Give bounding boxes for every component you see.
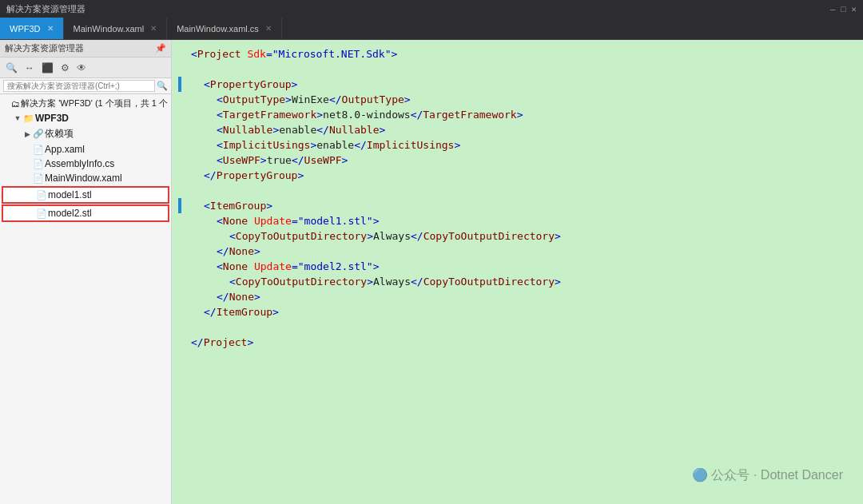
tab-mainwindow-xaml-label: MainWindow.xaml [74, 24, 145, 34]
code-line-propertygroup-open: <PropertyGroup> [188, 77, 863, 92]
solution-explorer-panel: 解决方案资源管理器 📌 🔍 ↔ ⬛ ⚙ 👁 🔍 🗂 解决方案 'WPF3D' (… [0, 40, 172, 504]
tree-item-assemblyinfo[interactable]: 📄 AssemblyInfo.cs [0, 157, 171, 171]
code-line-copy-model1: <CopyToOutputDirectory>Always</CopyToOut… [188, 228, 863, 244]
deps-arrow: ▶ [22, 130, 32, 138]
code-line-usewpf: <UseWPF>true</UseWPF> [188, 153, 863, 168]
code-line-copy-model2: <CopyToOutputDirectory>Always</CopyToOut… [188, 274, 863, 289]
tab-mainwindow-xaml-cs-label: MainWindow.xaml.cs [177, 24, 259, 34]
code-line-outputtype: <OutputType>WinExe</OutputType> [188, 92, 863, 107]
code-line-targetframework: <TargetFramework>net8.0-windows</TargetF… [188, 107, 863, 122]
tree-item-deps[interactable]: ▶ 🔗 依赖项 [0, 125, 171, 142]
tree-item-mainwindow[interactable]: 📄 MainWindow.xaml [0, 171, 171, 185]
se-search-input[interactable] [3, 80, 155, 92]
tab-wpf3d-label: WPF3D [10, 24, 41, 34]
tree-item-model1[interactable]: 📄 model1.stl [2, 186, 169, 204]
se-pin-icon[interactable]: 📌 [155, 43, 166, 54]
tab-mainwindow-xaml-cs-close[interactable]: ✕ [265, 24, 272, 33]
solution-label: 解决方案 'WPF3D' (1 个项目，共 1 个 [21, 97, 168, 109]
se-toolbar-properties-btn[interactable]: ⚙ [58, 62, 72, 74]
window-controls: — □ ✕ [830, 4, 857, 14]
tab-mainwindow-xaml-close[interactable]: ✕ [150, 24, 157, 33]
tree-item-app[interactable]: 📄 App.xaml [0, 142, 171, 157]
model1-icon: 📄 [35, 190, 48, 200]
mainwindow-label: MainWindow.xaml [45, 173, 122, 184]
wpf3d-label: WPF3D [35, 113, 69, 124]
tab-mainwindow-xaml[interactable]: MainWindow.xaml ✕ [64, 18, 168, 39]
deps-label: 依赖项 [45, 127, 74, 141]
app-title: 解决方案资源管理器 [6, 3, 86, 15]
wpf3d-arrow: ▼ [13, 114, 22, 122]
app-icon: 📄 [32, 145, 45, 155]
tab-mainwindow-xaml-cs[interactable]: MainWindow.xaml.cs ✕ [167, 18, 282, 39]
tab-wpf3d[interactable]: WPF3D ✕ [0, 18, 64, 39]
mainwindow-icon: 📄 [32, 173, 45, 184]
code-line-none-model1-close: </None> [188, 244, 863, 259]
code-line-1: <Project Sdk="Microsoft.NET.Sdk"> [188, 46, 863, 62]
se-toolbar-sync-btn[interactable]: ↔ [22, 62, 37, 74]
assemblyinfo-label: AssemblyInfo.cs [45, 158, 114, 169]
se-toolbar-collapse-btn[interactable]: ⬛ [39, 62, 56, 74]
code-line-itemgroup-open: <ItemGroup> [188, 198, 863, 213]
deps-icon: 🔗 [32, 129, 45, 139]
se-toolbar-preview-btn[interactable]: 👁 [74, 62, 89, 74]
code-line-project-close: </Project> [188, 335, 863, 350]
watermark: 🔵 公众号 · Dotnet Dancer [692, 467, 843, 484]
code-line-nullable: <Nullable>enable</Nullable> [188, 122, 863, 137]
code-editor[interactable]: <Project Sdk="Microsoft.NET.Sdk"> <Prope… [172, 40, 863, 504]
se-toolbar-search-btn[interactable]: 🔍 [3, 62, 20, 74]
model1-label: model1.stl [48, 189, 92, 200]
code-line-empty2 [188, 183, 863, 198]
code-line-none-model1-open: <None Update="model1.stl"> [188, 213, 863, 228]
code-line-2 [188, 62, 863, 77]
assemblyinfo-icon: 📄 [32, 159, 45, 169]
code-line-implicitusings: <ImplicitUsings>enable</ImplicitUsings> [188, 137, 863, 153]
code-line-none-model2-open: <None Update="model2.stl"> [188, 259, 863, 274]
code-line-empty3 [188, 319, 863, 335]
code-line-none-model2-close: </None> [188, 289, 863, 304]
model2-icon: 📄 [35, 208, 48, 219]
se-header-title: 解决方案资源管理器 [5, 42, 84, 54]
model2-label: model2.stl [48, 208, 92, 219]
se-tree: 🗂 解决方案 'WPF3D' (1 个项目，共 1 个 ▼ 📁 WPF3D ▶ … [0, 94, 171, 504]
tree-item-model2[interactable]: 📄 model2.stl [2, 204, 169, 222]
tab-wpf3d-close[interactable]: ✕ [47, 24, 54, 33]
solution-icon: 🗂 [10, 99, 21, 109]
code-line-itemgroup-close: </ItemGroup> [188, 304, 863, 319]
app-label: App.xaml [45, 144, 85, 155]
se-search-icon: 🔍 [157, 81, 168, 91]
tree-item-wpf3d[interactable]: ▼ 📁 WPF3D [0, 111, 171, 125]
code-content: <Project Sdk="Microsoft.NET.Sdk"> <Prope… [188, 46, 863, 350]
wpf3d-icon: 📁 [22, 113, 35, 124]
tree-item-solution[interactable]: 🗂 解决方案 'WPF3D' (1 个项目，共 1 个 [0, 96, 171, 111]
code-line-propertygroup-close: </PropertyGroup> [188, 168, 863, 183]
